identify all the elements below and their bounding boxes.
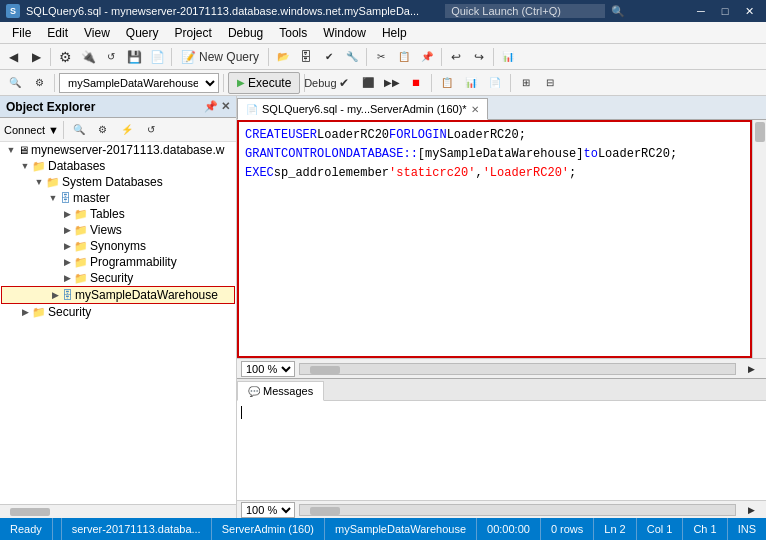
tb-parse[interactable]: ⬛ (357, 72, 379, 94)
tb-paste[interactable]: 📌 (416, 46, 438, 68)
back-button[interactable]: ◀ (2, 46, 24, 68)
maximize-button[interactable]: □ (714, 2, 736, 20)
menu-file[interactable]: File (4, 22, 39, 43)
query-tab-label: SQLQuery6.sql - my...ServerAdmin (160)* (262, 103, 467, 115)
tb-icon3[interactable]: ↺ (100, 46, 122, 68)
tb-copy[interactable]: 📋 (393, 46, 415, 68)
tree-views-node[interactable]: ▶ 📁 Views (0, 222, 236, 238)
sql-line-1: CREATE USER LoaderRC20 FOR LOGIN LoaderR… (245, 126, 744, 145)
editor-hscroll[interactable] (299, 363, 736, 375)
close-button[interactable]: ✕ (738, 2, 760, 20)
tb-undo[interactable]: ↩ (445, 46, 467, 68)
tb-check[interactable]: ✔ (333, 72, 355, 94)
security-top-expand-icon[interactable]: ▶ (18, 305, 32, 319)
sql-kw-exec: EXEC (245, 164, 274, 183)
editor-zoom-select[interactable]: 100 % 75 % 150 % (241, 361, 295, 377)
query-editor[interactable]: CREATE USER LoaderRC20 FOR LOGIN LoaderR… (237, 120, 752, 358)
menu-debug[interactable]: Debug (220, 22, 271, 43)
menu-help[interactable]: Help (374, 22, 415, 43)
tb-btn-b[interactable]: 🗄 (295, 46, 317, 68)
tb-cut[interactable]: ✂ (370, 46, 392, 68)
filter-btn[interactable]: ⚙ (28, 72, 50, 94)
tree-systemdb-node[interactable]: ▼ 📁 System Databases (0, 174, 236, 190)
tb-layout1[interactable]: ⊞ (515, 72, 537, 94)
status-ins-text: INS (738, 523, 756, 535)
debug-btn[interactable]: Debug (309, 72, 331, 94)
server-expand-icon[interactable]: ▼ (4, 143, 18, 157)
oe-refresh-icon[interactable]: ↺ (140, 119, 162, 141)
editor-vscroll[interactable] (752, 120, 766, 358)
databases-expand-icon[interactable]: ▼ (18, 159, 32, 173)
views-expand-icon[interactable]: ▶ (60, 223, 74, 237)
tb-results3[interactable]: 📄 (484, 72, 506, 94)
tb-btn-d[interactable]: 🔧 (341, 46, 363, 68)
tb-btn-a[interactable]: 📂 (272, 46, 294, 68)
oe-close-icon[interactable]: ✕ (221, 100, 230, 113)
tb-results2[interactable]: 📊 (460, 72, 482, 94)
tree-databases-node[interactable]: ▼ 📁 Databases (0, 158, 236, 174)
tb-results1[interactable]: 📋 (436, 72, 458, 94)
menu-query[interactable]: Query (118, 22, 167, 43)
tree-synonyms-node[interactable]: ▶ 📁 Synonyms (0, 238, 236, 254)
tb-icon5[interactable]: 📄 (146, 46, 168, 68)
results-content[interactable] (237, 401, 766, 500)
menu-edit[interactable]: Edit (39, 22, 76, 43)
tb-icon4[interactable]: 💾 (123, 46, 145, 68)
status-ln: Ln 2 (593, 518, 635, 540)
oe-toggle[interactable]: 🔍 (4, 72, 26, 94)
mysampledb-expand-icon[interactable]: ▶ (48, 288, 62, 302)
results-zoom-select[interactable]: 100 % (241, 502, 295, 518)
editor-hscroll-right[interactable]: ▶ (740, 358, 762, 380)
tree-programmability-node[interactable]: ▶ 📁 Programmability (0, 254, 236, 270)
query-tab-active[interactable]: 📄 SQLQuery6.sql - my...ServerAdmin (160)… (237, 98, 488, 120)
tb-redo[interactable]: ↪ (468, 46, 490, 68)
tb-icon2[interactable]: 🔌 (77, 46, 99, 68)
sql-kw-user: USER (288, 126, 317, 145)
synonyms-expand-icon[interactable]: ▶ (60, 239, 74, 253)
tree-master-security-node[interactable]: ▶ 📁 Security (0, 270, 236, 286)
tb-btn-c[interactable]: ✔ (318, 46, 340, 68)
database-selector[interactable]: mySampleDataWarehouse master (59, 73, 219, 93)
tb-icon1[interactable]: ⚙ (54, 46, 76, 68)
oe-filter-icon[interactable]: 🔍 (68, 119, 90, 141)
prog-expand-icon[interactable]: ▶ (60, 255, 74, 269)
master-expand-icon[interactable]: ▼ (46, 191, 60, 205)
systemdb-expand-icon[interactable]: ▼ (32, 175, 46, 189)
tree-server-node[interactable]: ▼ 🖥 mynewserver-20171113.database.w (0, 142, 236, 158)
tree-mysampledb-node[interactable]: ▶ 🗄 mySampleDataWarehouse (1, 286, 235, 304)
results-hscroll-right[interactable]: ▶ (740, 499, 762, 519)
connect-button[interactable]: Connect ▼ (4, 124, 59, 136)
oe-filter3-icon[interactable]: ⚡ (116, 119, 138, 141)
tb-stop[interactable]: ⏹ (405, 72, 427, 94)
tb-extra1[interactable]: 📊 (497, 46, 519, 68)
oe-filter2-icon[interactable]: ⚙ (92, 119, 114, 141)
tb-layout2[interactable]: ⊟ (539, 72, 561, 94)
menu-window[interactable]: Window (315, 22, 374, 43)
results-hscroll[interactable] (299, 504, 736, 516)
menu-project[interactable]: Project (167, 22, 220, 43)
oe-pin-icon[interactable]: 📌 (204, 100, 218, 113)
minimize-button[interactable]: ─ (690, 2, 712, 20)
sql-fn-addrolemember: sp_addrolemember (274, 164, 389, 183)
quicklaunch-input[interactable]: Quick Launch (Ctrl+Q) (445, 4, 605, 18)
master-security-folder-icon: 📁 (74, 272, 88, 285)
tables-expand-icon[interactable]: ▶ (60, 207, 74, 221)
execute-button[interactable]: ▶ Execute (228, 72, 300, 94)
tree-tables-node[interactable]: ▶ 📁 Tables (0, 206, 236, 222)
sql-kw-create: CREATE (245, 126, 288, 145)
split-panel: CREATE USER LoaderRC20 FOR LOGIN LoaderR… (237, 120, 766, 518)
master-security-expand-icon[interactable]: ▶ (60, 271, 74, 285)
menu-tools[interactable]: Tools (271, 22, 315, 43)
sep11 (510, 74, 511, 92)
new-query-button[interactable]: 📝 New Query (175, 48, 265, 66)
sql-id-loaderrc20-2: LoaderRC20; (447, 126, 526, 145)
forward-button[interactable]: ▶ (25, 46, 47, 68)
query-tab-close-icon[interactable]: ✕ (471, 104, 479, 115)
tree-master-node[interactable]: ▼ 🗄 master (0, 190, 236, 206)
oe-horizontal-scrollbar[interactable] (0, 504, 236, 518)
messages-tab[interactable]: 💬 Messages (237, 381, 324, 401)
menu-view[interactable]: View (76, 22, 118, 43)
tree-security-top-node[interactable]: ▶ 📁 Security (0, 304, 236, 320)
query-tab-icon: 📄 (246, 104, 258, 115)
tb-run[interactable]: ▶▶ (381, 72, 403, 94)
